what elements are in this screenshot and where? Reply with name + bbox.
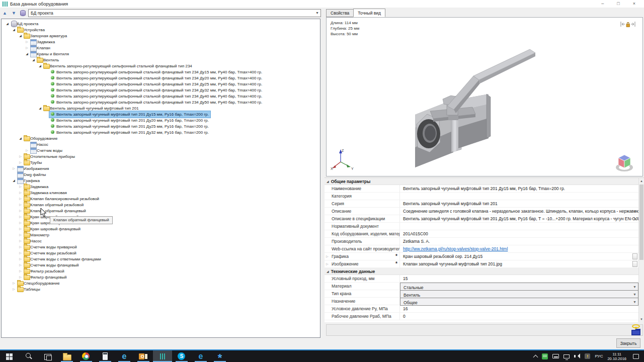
tree-item[interactable]: ▷Задвижка [2,39,320,45]
taskbar-ie-icon[interactable]: e [115,350,134,362]
move-up-button[interactable]: ▲ [1,10,9,17]
tray-chevron-up-icon[interactable] [533,354,538,359]
tree-item[interactable]: ▷Отопительные приборы [2,153,320,159]
browse-button[interactable] [632,253,637,259]
tree-item[interactable]: Насос [2,141,320,147]
property-value-cell[interactable]: Вентиль запорный чугунный муфтовый тип 2… [400,185,638,192]
expand-icon[interactable]: ▷ [18,184,23,190]
collapse-icon[interactable]: ◢ [11,27,17,33]
tree-item[interactable]: ▷Клапан обратный фланцевый [2,208,320,214]
property-value-cell[interactable]: Zetkama S. A. [400,238,638,245]
database-button[interactable] [19,10,27,17]
tree-item[interactable]: ◢Устройства [2,27,320,33]
tree-item[interactable]: Вентиль запорно-регулирующий сильфонный … [2,69,320,75]
scroll-down-icon[interactable]: ▼ [639,316,644,322]
collapse-icon[interactable]: ◢ [37,105,43,111]
tree-item[interactable]: ▷Фильтр фланцевый [2,274,320,280]
expand-icon[interactable]: ▷ [326,260,329,267]
maximize-button[interactable]: □ [617,0,619,8]
property-value-cell[interactable]: Соединение шпинделя с головкой клапана -… [400,208,638,215]
tree-item[interactable]: ◢Запорная арматура [2,33,320,39]
expand-icon[interactable]: ▷ [24,147,30,153]
expand-icon[interactable]: ▷ [11,286,17,292]
tree-item[interactable]: ▷Кран шаровый приварной [2,214,320,220]
expand-icon[interactable]: ▷ [18,244,23,250]
property-value-cell[interactable]: 15 [400,275,638,282]
tree-item[interactable]: ▷Счетчик воды с ответными фланцами [2,256,320,262]
tree-item[interactable]: ▷Трубы [2,159,320,165]
action-center-icon[interactable] [633,354,639,359]
property-value-cell[interactable]: Кран шаровый резьбовой сер. 214 Ду15 [400,253,638,260]
property-value-combobox[interactable]: Общее▼ [400,298,638,306]
property-value-cell[interactable]: 201A015C00 [400,230,638,237]
expand-icon[interactable]: ▷ [24,45,30,51]
tree-item[interactable]: ▷Кран шаровый фланцевый [2,226,320,232]
expand-icon[interactable]: ▷ [18,232,23,238]
property-value-combobox[interactable]: Вентиль▼ [400,290,638,298]
tab-exact-view[interactable]: Точный вид [353,9,385,17]
expand-icon[interactable]: ▷ [18,256,23,262]
tree-item[interactable]: ◢Краны и Вентиля [2,51,320,57]
property-value-cell[interactable] [400,223,638,230]
taskbar-search-icon[interactable] [19,350,38,362]
close-window-button[interactable]: × [633,0,635,8]
taskbar-explorer-icon[interactable] [57,350,76,362]
clock[interactable]: 11:11 20.10.2016 [607,352,626,361]
chevron-down-icon[interactable]: ▼ [633,299,636,306]
taskbar-outlook-icon[interactable]: O [134,350,153,362]
collapse-icon[interactable]: ◢ [24,51,30,57]
collapse-icon[interactable]: ◢ [327,179,329,183]
expand-icon[interactable]: ▷ [11,165,17,171]
tray-network-icon[interactable] [564,354,570,358]
minimize-button[interactable]: – [601,0,604,8]
collapse-icon[interactable]: ◢ [18,33,23,39]
close-button[interactable]: Закрыть [616,338,640,348]
property-value-cell[interactable]: Вентиль запорный чугунный муфтовый тип 2… [400,215,638,222]
expand-icon[interactable]: ▷ [18,159,23,165]
expand-icon[interactable]: ▷ [18,214,23,220]
chevron-down-icon[interactable]: ▼ [633,291,636,298]
language-indicator[interactable]: РУС [595,354,603,358]
property-grid-scrollbar[interactable]: ▲ ▼ [638,178,644,322]
taskbar-taskview-icon[interactable] [38,350,57,362]
expand-icon[interactable]: ▷ [18,268,23,274]
expand-icon[interactable]: ▷ [11,280,17,286]
tree-item[interactable]: ▷Насос [2,238,320,244]
3d-viewport[interactable]: Длина: 114 мм Глубина: 25 мм Высота: 50 … [326,17,643,176]
taskbar-app-icon[interactable] [153,350,172,362]
expand-icon[interactable]: ▷ [18,274,23,280]
property-value-cell[interactable]: Вентиль запорный чугунный муфтовый тип 2… [400,200,638,207]
tree-item[interactable]: Вентиль запорно-регулирующий сильфонный … [2,99,320,105]
property-value-combobox[interactable]: Стальные▼ [400,283,638,291]
expand-icon[interactable]: ▷ [18,202,23,208]
taskbar-calculator-icon[interactable] [96,350,115,362]
tree-item[interactable]: ▷Манометр [2,232,320,238]
property-group-header[interactable]: ◢Технические данные [325,268,638,275]
chevron-down-icon[interactable]: ▼ [633,208,637,215]
property-value-cell[interactable]: http://ww.zetkama.pl/ru/stop-valves/stop… [400,245,638,252]
chevron-down-icon[interactable]: ▼ [633,284,636,291]
tree-item[interactable]: ◢Вентиль [2,57,320,63]
taskbar-skype-icon[interactable]: S [172,350,191,362]
tree-item[interactable]: ▷Счетчик воды резьбовой [2,250,320,256]
tree-item[interactable]: ▷Клапан [2,45,320,51]
tray-volume-icon[interactable] [574,353,580,359]
scroll-up-icon[interactable]: ▲ [639,178,644,184]
tree-item[interactable]: ◢БД проекта [2,21,320,27]
expand-icon[interactable]: ▷ [18,196,23,202]
expand-icon[interactable]: ▷ [18,226,23,232]
tree-item[interactable]: ◢Вентиль запорный чугунный муфтовый тип … [2,105,320,111]
tree-item[interactable]: ▷Клапан балансировочный резьбовой [2,196,320,202]
property-value-cell[interactable]: 0 [400,313,638,320]
tree-item[interactable]: Вентиль запорный чугунный муфтовый тип 2… [2,117,320,123]
expand-icon[interactable]: ▷ [24,39,30,45]
tree-item[interactable]: ▷Кран шаровый резьбовой [2,220,320,226]
expand-icon[interactable]: ▷ [18,238,23,244]
scrollbar-thumb[interactable] [639,185,643,260]
tree-item[interactable]: ▷Клапан обратный резьбовой [2,202,320,208]
tree-item[interactable]: Вентиль запорный чугунный муфтовый тип 2… [2,123,320,129]
collapse-icon[interactable]: ◢ [18,135,23,141]
taskbar-edge-icon[interactable]: e [191,350,210,362]
expand-icon[interactable]: ▷ [326,253,329,260]
tree-item[interactable]: Вентиль запорно-регулирующий сильфонный … [2,93,320,99]
